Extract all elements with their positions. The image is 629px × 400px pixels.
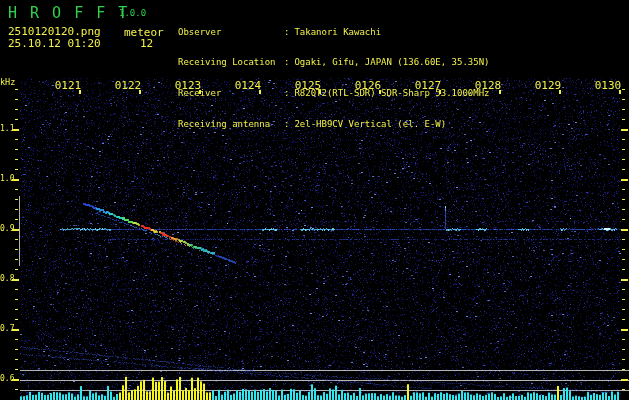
receiver-row: Receiver:R820T2(RTL-SDR) SDR-Sharp 53.10… xyxy=(178,88,490,98)
station-info: Observer:Takanori Kawachi Receiving Loca… xyxy=(178,6,490,150)
time-label-0121: 0121 xyxy=(54,79,82,92)
app-version: 1.0.0 xyxy=(119,8,146,18)
antenna-value: 2el-HB9CV Vertical (el. E-W) xyxy=(294,119,446,129)
location-value: Ogaki, Gifu, JAPAN (136.60E, 35.35N) xyxy=(294,57,489,67)
time-label-0126: 0126 xyxy=(354,79,382,92)
freq-label-1.0: 1.0 xyxy=(0,174,13,183)
time-label-0128: 0128 xyxy=(474,79,502,92)
location-label: Receiving Location xyxy=(178,57,284,67)
observation-datetime: 25.10.12 01:20 xyxy=(8,37,101,50)
time-label-0129: 0129 xyxy=(534,79,562,92)
receiver-value: R820T2(RTL-SDR) SDR-Sharp 53.1000MHz xyxy=(294,88,489,98)
antenna-label: Receiving antenna xyxy=(178,119,284,129)
location-row: Receiving Location:Ogaki, Gifu, JAPAN (1… xyxy=(178,57,490,67)
freq-label-0.7: 0.7 xyxy=(0,324,13,333)
hrofft-window: H R O F F T 1.0.0 2510120120.png meteor … xyxy=(0,0,629,400)
time-label-0130: 0130 xyxy=(594,79,622,92)
app-title: H R O F F T xyxy=(8,4,129,22)
separator: : xyxy=(284,57,289,67)
freq-label-0.6: 0.6 xyxy=(0,374,13,383)
time-label-0124: 0124 xyxy=(234,79,262,92)
observer-row: Observer:Takanori Kawachi xyxy=(178,27,490,37)
separator: : xyxy=(284,27,289,37)
time-label-0127: 0127 xyxy=(414,79,442,92)
separator: : xyxy=(284,119,289,129)
freq-label-1.1: 1.1 xyxy=(0,124,13,133)
freq-label-0.8: 0.8 xyxy=(0,274,13,283)
freq-axis-unit: kHz xyxy=(0,77,15,87)
time-label-0123: 0123 xyxy=(174,79,202,92)
time-label-0122: 0122 xyxy=(114,79,142,92)
antenna-row: Receiving antenna:2el-HB9CV Vertical (el… xyxy=(178,119,490,129)
observer-value: Takanori Kawachi xyxy=(294,27,381,37)
separator: : xyxy=(284,88,289,98)
freq-label-0.9: 0.9 xyxy=(0,224,13,233)
time-label-0125: 0125 xyxy=(294,79,322,92)
observer-label: Observer xyxy=(178,27,284,37)
meteor-count: 12 xyxy=(140,37,153,50)
